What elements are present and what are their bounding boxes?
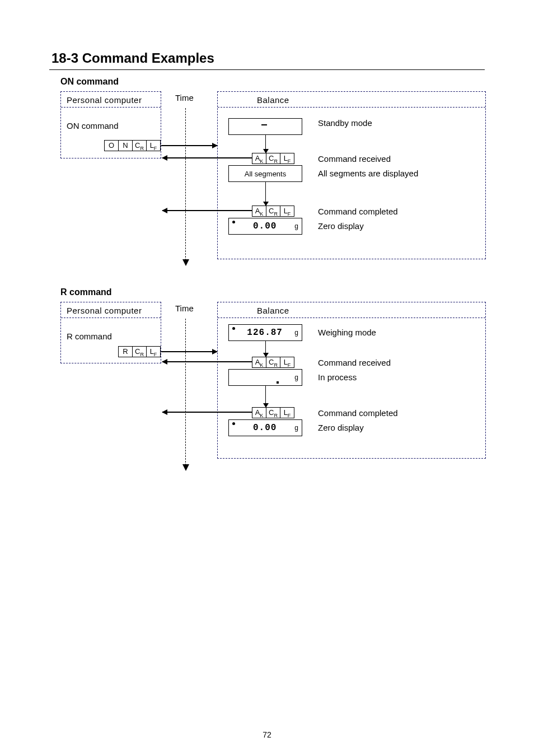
byte-cell: CR bbox=[266, 357, 280, 367]
byte-cell: LF bbox=[147, 141, 160, 151]
pc-box-header: Personal computer bbox=[61, 92, 161, 108]
cmd-done-label: Command completed bbox=[318, 207, 398, 216]
lcd-unit: g bbox=[294, 329, 298, 337]
byte-cell: AK bbox=[252, 357, 266, 367]
standby-lcd bbox=[228, 118, 302, 135]
stable-indicator-icon bbox=[232, 221, 235, 223]
standby-label: Standby mode bbox=[318, 118, 372, 128]
r-subheading: R command bbox=[60, 287, 485, 297]
zero-lcd: 0.00 g bbox=[228, 419, 302, 436]
lcd-unit: g bbox=[294, 424, 298, 432]
lcd-value: 0.00 bbox=[253, 221, 277, 231]
balance-box-header: Balance bbox=[218, 302, 485, 318]
byte-cell: CR bbox=[266, 206, 280, 216]
lcd-unit: g bbox=[294, 374, 298, 381]
byte-cell: LF bbox=[147, 347, 160, 357]
byte-cell: O bbox=[105, 141, 119, 151]
r-command-label: R command bbox=[67, 332, 155, 341]
pc-box-body: R command R CR LF bbox=[61, 318, 161, 347]
byte-cell: CR bbox=[133, 141, 147, 151]
ack-byte-sequence: AK CR LF bbox=[252, 206, 294, 217]
ack-arrow-icon bbox=[162, 361, 241, 362]
section-title: 18-3 Command Examples bbox=[51, 50, 485, 66]
stable-indicator-icon bbox=[232, 327, 235, 330]
pc-box-header: Personal computer bbox=[61, 302, 161, 318]
lcd-value: 126.87 bbox=[247, 328, 283, 338]
send-arrow-icon bbox=[161, 145, 217, 146]
ack-tick-icon bbox=[241, 157, 252, 158]
time-axis bbox=[185, 319, 186, 465]
byte-cell: CR bbox=[133, 347, 147, 357]
byte-cell: N bbox=[119, 141, 133, 151]
time-arrowhead-icon bbox=[182, 464, 189, 471]
byte-cell: LF bbox=[280, 153, 294, 164]
pc-box: Personal computer ON command O N CR LF bbox=[60, 91, 161, 158]
vconn-icon bbox=[265, 182, 266, 206]
r-byte-sequence: R CR LF bbox=[118, 346, 161, 357]
pc-box: Personal computer R command R CR LF bbox=[60, 302, 161, 363]
vconn-icon bbox=[265, 135, 266, 153]
allseg-label: All segments are displayed bbox=[318, 169, 418, 178]
decimal-dot-icon bbox=[277, 381, 279, 384]
byte-cell: AK bbox=[252, 408, 266, 418]
lcd-unit: g bbox=[294, 222, 298, 230]
ack-arrow-icon bbox=[162, 412, 241, 413]
pc-box-body: ON command O N CR LF bbox=[61, 108, 161, 136]
allseg-text: All segments bbox=[245, 170, 286, 178]
inprocess-lcd: g bbox=[228, 369, 302, 386]
r-diagram: Personal computer R command R CR LF Time… bbox=[60, 302, 486, 470]
byte-cell: R bbox=[119, 347, 133, 357]
inprocess-label: In process bbox=[318, 372, 357, 382]
byte-cell: LF bbox=[280, 206, 294, 216]
lcd-value: 0.00 bbox=[253, 423, 277, 433]
page-number: 72 bbox=[0, 730, 534, 739]
byte-cell: CR bbox=[266, 153, 280, 164]
time-axis bbox=[185, 108, 186, 260]
on-byte-sequence: O N CR LF bbox=[104, 140, 161, 151]
vconn-icon bbox=[265, 386, 266, 407]
cmd-received-label: Command received bbox=[318, 358, 391, 367]
byte-cell: CR bbox=[266, 408, 280, 418]
time-label: Time bbox=[175, 304, 194, 313]
byte-cell: AK bbox=[252, 206, 266, 216]
time-arrowhead-icon bbox=[182, 259, 189, 266]
zero-label: Zero display bbox=[318, 221, 364, 231]
ack-byte-sequence: AK CR LF bbox=[252, 407, 294, 418]
ack-byte-sequence: AK CR LF bbox=[252, 153, 294, 164]
allseg-lcd: All segments bbox=[228, 165, 302, 182]
weigh-lcd: 126.87 g bbox=[228, 324, 302, 341]
ack-arrow-icon bbox=[162, 157, 241, 158]
byte-cell: LF bbox=[280, 357, 294, 367]
ack-byte-sequence: AK CR LF bbox=[252, 357, 294, 368]
on-diagram: Personal computer ON command O N CR LF T… bbox=[60, 91, 486, 265]
ack-tick-icon bbox=[241, 412, 252, 413]
ack-tick-icon bbox=[241, 361, 252, 362]
document-page: 18-3 Command Examples ON command Persona… bbox=[0, 0, 534, 756]
cmd-received-label: Command received bbox=[318, 154, 391, 164]
on-command-label: ON command bbox=[67, 121, 155, 130]
ack-tick-icon bbox=[241, 210, 252, 211]
time-label: Time bbox=[175, 93, 194, 102]
weighing-label: Weighing mode bbox=[318, 328, 376, 337]
on-subheading: ON command bbox=[60, 77, 485, 87]
vconn-icon bbox=[265, 341, 266, 357]
section-rule bbox=[49, 69, 485, 70]
zero-label: Zero display bbox=[318, 423, 364, 432]
zero-lcd: 0.00 g bbox=[228, 218, 302, 235]
byte-cell: AK bbox=[252, 153, 266, 164]
send-arrow-icon bbox=[161, 351, 217, 352]
cmd-done-label: Command completed bbox=[318, 408, 398, 418]
balance-box-header: Balance bbox=[218, 92, 485, 108]
byte-cell: LF bbox=[280, 408, 294, 418]
stable-indicator-icon bbox=[232, 422, 235, 425]
ack-arrow-icon bbox=[162, 210, 241, 211]
